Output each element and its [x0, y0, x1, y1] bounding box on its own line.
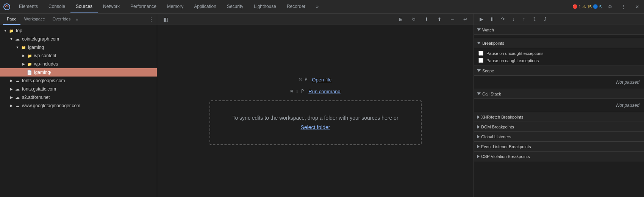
select-folder-link[interactable]: Select folder: [301, 124, 330, 130]
step-into-icon[interactable]: ⬇: [421, 14, 432, 25]
section-csp-label: CSP Violation Breakpoints: [481, 154, 530, 159]
tab-performance[interactable]: Performance: [125, 0, 162, 13]
section-breakpoints-content: Pause on uncaught exceptions Pause on ca…: [474, 48, 644, 66]
file-icon: [27, 69, 33, 75]
pause-uncaught-checkbox[interactable]: [478, 51, 483, 56]
cloud-icon: [14, 103, 20, 109]
top-toolbar: Elements Console Sources Network Perform…: [0, 0, 644, 14]
step-into-right-icon[interactable]: ↓: [509, 15, 518, 24]
tree-item-cointelegraph[interactable]: ▼ cointelegraph.com: [0, 35, 157, 43]
tab-lighthouse[interactable]: Lighthouse: [249, 0, 281, 13]
cloud-icon: [14, 86, 20, 92]
refresh-icon[interactable]: ↻: [408, 14, 419, 25]
tree-item-wp-includes[interactable]: ▶ 📁 wp-includes: [0, 60, 157, 68]
tab-console[interactable]: Console: [43, 0, 70, 13]
section-xhr-header[interactable]: XHR/fetch Breakpoints: [474, 112, 644, 122]
panel-tabs: Page Workspace Overrides » ⋮: [0, 14, 157, 25]
chevron-down-icon: [477, 69, 481, 72]
tree-item-s2-adform[interactable]: ▶ s2.adform.net: [0, 93, 157, 102]
section-callstack-content: Not paused: [474, 99, 644, 112]
main-layout: Page Workspace Overrides » ⋮ ▼ 📁 top ▼ c…: [0, 14, 644, 197]
chevron-right-icon: ▶: [9, 95, 14, 100]
info-count: 5: [599, 5, 602, 9]
drop-zone[interactable]: To sync edits to the workspace, drop a f…: [209, 100, 422, 145]
section-scope-content: Not paused: [474, 76, 644, 89]
section-event-header[interactable]: Event Listener Breakpoints: [474, 142, 644, 152]
chevron-right-icon: ▶: [9, 103, 14, 108]
tree-item-label: cointelegraph.com: [22, 36, 59, 42]
step-over-right-icon[interactable]: ↷: [498, 15, 507, 24]
section-callstack-header[interactable]: Call Stack: [474, 89, 644, 99]
folder-icon: 📁: [20, 44, 27, 50]
chevron-down-icon: ▼: [15, 45, 20, 50]
tab-overrides[interactable]: Overrides: [49, 14, 75, 25]
section-scope-label: Scope: [482, 69, 494, 73]
tab-page[interactable]: Page: [3, 14, 20, 25]
more-options-icon[interactable]: ⋮: [618, 2, 629, 12]
tree-item-igaming-file[interactable]: igaming/: [0, 68, 157, 77]
tab-application[interactable]: Application: [189, 0, 222, 13]
callstack-not-paused: Not paused: [474, 100, 644, 110]
pause-caught-label: Pause on caught exceptions: [486, 58, 539, 63]
file-tree: ▼ 📁 top ▼ cointelegraph.com ▼ 📁 igaming …: [0, 25, 157, 197]
tab-more-icon[interactable]: »: [74, 17, 80, 22]
panel-menu-icon[interactable]: ⋮: [148, 16, 154, 22]
tab-security[interactable]: Security: [222, 0, 249, 13]
center-panel: ◧ ⊞ ↻ ⬇ ⬆ → ↩ ⌘ P Open file ⌘ ⇧ P Run co…: [157, 14, 474, 197]
open-file-shortcut: ⌘ P: [299, 77, 308, 82]
section-dom-header[interactable]: DOM Breakpoints: [474, 122, 644, 132]
deactivate-icon[interactable]: ↩: [460, 14, 470, 25]
tree-item-fonts-gstatic[interactable]: ▶ fonts.gstatic.com: [0, 85, 157, 93]
section-watch-header[interactable]: Watch: [474, 25, 644, 35]
folder-icon: 📁: [27, 53, 33, 59]
section-breakpoints-header[interactable]: Breakpoints: [474, 38, 644, 48]
right-panel: ▶ ⏸ ↷ ↓ ↑ ⤵ ⤴ Watch Breakpoints Pause on…: [474, 14, 644, 197]
pause-icon[interactable]: ⏸: [488, 15, 497, 24]
tree-item-label: fonts.gstatic.com: [22, 86, 56, 92]
tab-elements[interactable]: Elements: [14, 0, 43, 13]
tree-item-wp-content[interactable]: ▶ 📁 wp-content: [0, 52, 157, 60]
step-over-icon[interactable]: →: [447, 14, 458, 25]
folder-icon: 📁: [8, 28, 14, 34]
tab-memory[interactable]: Memory: [162, 0, 189, 13]
resume-icon[interactable]: ▶: [477, 15, 486, 24]
deactivate-right-icon[interactable]: ⤵: [530, 15, 539, 24]
section-csp-header[interactable]: CSP Violation Breakpoints: [474, 152, 644, 161]
section-watch-content: [474, 35, 644, 38]
step-out-icon[interactable]: ⬆: [434, 14, 445, 25]
scope-not-paused: Not paused: [474, 77, 644, 87]
tree-item-label: www.googletagmanager.com: [22, 103, 80, 108]
hide-sidebar-icon[interactable]: ◧: [160, 14, 171, 25]
chevron-right-icon: ▶: [9, 78, 14, 83]
settings-icon[interactable]: ⚙: [605, 2, 615, 12]
chevron-right-icon: ▶: [21, 53, 26, 58]
section-scope-header[interactable]: Scope: [474, 66, 644, 76]
tree-item-googletagmanager[interactable]: ▶ www.googletagmanager.com: [0, 102, 157, 110]
tree-item-fonts-googleapis[interactable]: ▶ fonts.googleapis.com: [0, 77, 157, 85]
devtools-logo: [2, 2, 12, 12]
tab-recorder[interactable]: Recorder: [281, 0, 311, 13]
tab-more[interactable]: »: [311, 0, 324, 13]
run-command-link[interactable]: Run command: [308, 89, 341, 94]
tree-item-label: wp-includes: [34, 61, 58, 67]
error-badge[interactable]: 🔴 1 ⚠ 15 🔵 5: [572, 4, 602, 9]
chevron-empty: [21, 70, 26, 75]
tab-sources[interactable]: Sources: [70, 0, 98, 13]
step-out-right-icon[interactable]: ↑: [519, 15, 528, 24]
chevron-right-icon: ▶: [21, 62, 26, 66]
tab-workspace[interactable]: Workspace: [20, 14, 49, 25]
center-toolbar: ◧ ⊞ ↻ ⬇ ⬆ → ↩: [157, 14, 474, 25]
tab-network[interactable]: Network: [98, 0, 125, 13]
pause-caught-checkbox[interactable]: [478, 58, 483, 63]
chevron-down-icon: ▼: [9, 37, 14, 41]
folder-icon: 📁: [27, 61, 33, 67]
split-view-icon[interactable]: ⊞: [395, 14, 406, 25]
section-event-label: Event Listener Breakpoints: [481, 144, 531, 149]
tree-item-igaming[interactable]: ▼ 📁 igaming: [0, 43, 157, 52]
drop-zone-text: To sync edits to the workspace, drop a f…: [232, 115, 398, 121]
section-global-header[interactable]: Global Listeners: [474, 132, 644, 142]
tree-item-top[interactable]: ▼ 📁 top: [0, 27, 157, 35]
close-icon[interactable]: ✕: [632, 2, 642, 12]
open-file-link[interactable]: Open file: [312, 77, 331, 83]
disable-breakpoints-icon[interactable]: ⤴: [541, 15, 550, 24]
